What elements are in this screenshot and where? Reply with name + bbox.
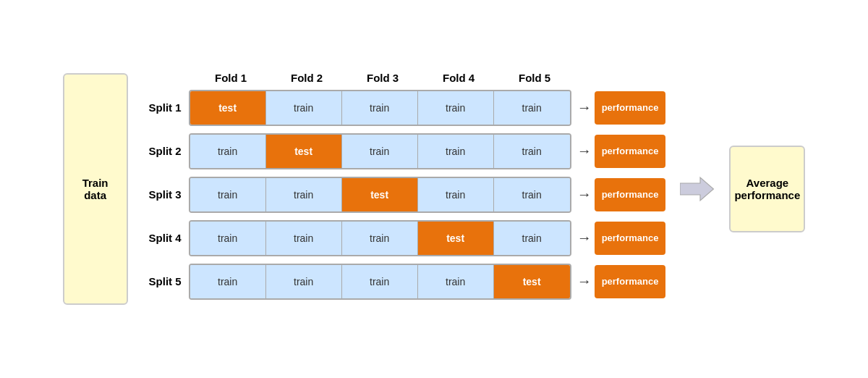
- fold-cell-4-2: train: [266, 222, 342, 255]
- performance-box-2: performance: [595, 135, 666, 168]
- fold-header-4: Fold 4: [421, 72, 497, 84]
- split-row-5: Split 5traintraintraintraintestperforman…: [137, 264, 666, 300]
- fold-cell-2-4: train: [418, 135, 494, 168]
- split-label-4: Split 4: [137, 232, 189, 244]
- fold-cell-5-1: train: [190, 265, 266, 298]
- fold-cell-5-5: test: [494, 265, 570, 298]
- main-content: Fold 1 Fold 2 Fold 3 Fold 4 Fold 5 Split…: [137, 72, 666, 307]
- fold-cell-3-3: test: [342, 178, 418, 211]
- fold-header-3: Fold 3: [345, 72, 421, 84]
- folds-container-2: traintesttraintraintrain: [189, 133, 571, 169]
- split-label-5: Split 5: [137, 275, 189, 287]
- split-row-2: Split 2traintesttraintraintrainperforman…: [137, 133, 666, 169]
- big-arrow: [680, 172, 715, 206]
- fold-cell-4-3: train: [342, 222, 418, 255]
- fold-cell-2-5: train: [494, 135, 570, 168]
- arrow-perf-5: performance: [577, 265, 666, 298]
- split-row-4: Split 4traintraintraintesttrainperforman…: [137, 220, 666, 256]
- split-row-3: Split 3traintraintesttraintrainperforman…: [137, 177, 666, 213]
- train-data-box: Train data: [63, 73, 128, 305]
- fold-cell-1-1: test: [190, 91, 266, 125]
- fold-headers: Fold 1 Fold 2 Fold 3 Fold 4 Fold 5: [193, 72, 666, 84]
- arrow-line-1: [577, 99, 595, 116]
- folds-container-1: testtraintraintraintrain: [189, 90, 571, 126]
- fold-header-1: Fold 1: [193, 72, 269, 84]
- fold-cell-2-1: train: [190, 135, 266, 168]
- arrow-line-3: [577, 186, 595, 203]
- fold-cell-4-4: test: [418, 222, 494, 255]
- folds-container-5: traintraintraintraintest: [189, 264, 571, 300]
- fold-cell-1-5: train: [494, 91, 570, 125]
- fold-cell-5-4: train: [418, 265, 494, 298]
- split-row-1: Split 1testtraintraintraintrainperforman…: [137, 90, 666, 126]
- svg-marker-0: [680, 177, 713, 201]
- performance-box-4: performance: [595, 222, 666, 255]
- performance-box-3: performance: [595, 178, 666, 211]
- arrow-perf-3: performance: [577, 178, 666, 211]
- arrow-line-5: [577, 273, 595, 290]
- fold-cell-3-2: train: [266, 178, 342, 211]
- avg-performance-box: Averageperformance: [729, 146, 805, 232]
- diagram: Train data Fold 1 Fold 2 Fold 3 Fold 4 F…: [48, 57, 820, 322]
- fold-cell-3-4: train: [418, 178, 494, 211]
- performance-box-1: performance: [595, 91, 666, 125]
- fold-cell-4-5: train: [494, 222, 570, 255]
- fold-header-2: Fold 2: [269, 72, 345, 84]
- folds-container-4: traintraintraintesttrain: [189, 220, 571, 256]
- fold-cell-1-3: train: [342, 91, 418, 125]
- fold-cell-5-2: train: [266, 265, 342, 298]
- splits-container: Split 1testtraintraintraintrainperforman…: [137, 90, 666, 307]
- fold-cell-1-4: train: [418, 91, 494, 125]
- arrow-perf-4: performance: [577, 222, 666, 255]
- performance-box-5: performance: [595, 265, 666, 298]
- split-label-3: Split 3: [137, 188, 189, 201]
- fold-cell-1-2: train: [266, 91, 342, 125]
- fold-cell-4-1: train: [190, 222, 266, 255]
- split-label-2: Split 2: [137, 145, 189, 157]
- fold-cell-2-3: train: [342, 135, 418, 168]
- arrow-line-2: [577, 143, 595, 159]
- fold-cell-3-5: train: [494, 178, 570, 211]
- fold-cell-5-3: train: [342, 265, 418, 298]
- arrow-perf-2: performance: [577, 135, 666, 168]
- fold-cell-3-1: train: [190, 178, 266, 211]
- fold-header-5: Fold 5: [497, 72, 573, 84]
- arrow-line-4: [577, 230, 595, 246]
- arrow-perf-1: performance: [577, 91, 666, 125]
- folds-container-3: traintraintesttraintrain: [189, 177, 571, 213]
- split-label-1: Split 1: [137, 101, 189, 114]
- avg-performance-label: Averageperformance: [734, 177, 800, 201]
- fold-cell-2-2: test: [266, 135, 342, 168]
- train-data-label: Train data: [72, 177, 119, 201]
